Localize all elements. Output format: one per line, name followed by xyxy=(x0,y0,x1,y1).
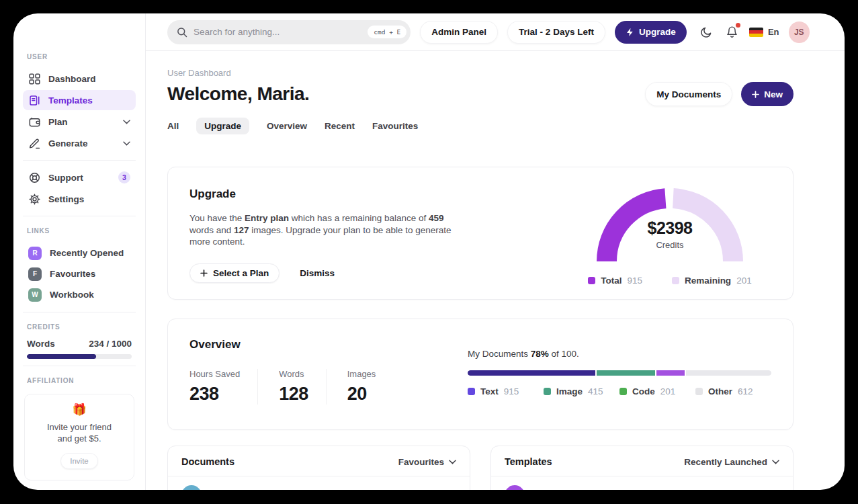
sidebar-link-recently-opened[interactable]: R Recently Opened xyxy=(23,243,136,263)
chevron-down-icon xyxy=(123,120,130,124)
search-icon xyxy=(177,27,187,38)
new-button-label: New xyxy=(764,89,783,99)
wallet-icon xyxy=(28,116,40,128)
trial-status-button[interactable]: Trial - 2 Days Left xyxy=(507,21,605,44)
legend-item-code: Code 201 xyxy=(619,386,695,396)
bell-icon xyxy=(726,26,738,38)
sidebar-item-dashboard[interactable]: Dashboard xyxy=(23,69,136,89)
documents-card: Documents Favourites Untitled Document i… xyxy=(167,446,470,490)
german-flag-icon xyxy=(749,28,763,37)
bar-segment-image xyxy=(597,370,655,376)
legend-swatch xyxy=(619,388,627,395)
sidebar-item-settings[interactable]: Settings xyxy=(23,189,136,209)
document-avatar xyxy=(181,485,202,490)
tab-favourites[interactable]: Favourites xyxy=(372,118,418,134)
notification-dot xyxy=(736,23,740,28)
support-count-badge: 3 xyxy=(118,171,130,183)
language-selector[interactable]: En xyxy=(749,27,779,37)
moon-icon xyxy=(700,26,712,38)
my-documents-button[interactable]: My Documents xyxy=(645,82,732,106)
credits-gauge: $2398 Credits Total 915 Remaining xyxy=(566,187,774,299)
chevron-down-icon xyxy=(123,141,130,146)
sidebar-item-label: Settings xyxy=(48,194,130,204)
stat-words: Words 128 xyxy=(279,369,327,405)
search-placeholder: Search for anything... xyxy=(194,27,361,37)
sidebar-link-workbook[interactable]: W Workbook xyxy=(23,284,136,305)
overview-card-title: Overview xyxy=(189,338,414,351)
dashboard-content: User Dashboard Welcome, Maria. My Docume… xyxy=(146,51,845,490)
documents-progress: My Documents 78% of 100. Text 915 xyxy=(468,338,771,429)
documents-progress-caption: My Documents 78% of 100. xyxy=(468,349,771,359)
link-initial-avatar: R xyxy=(28,247,42,260)
tab-upgrade[interactable]: Upgrade xyxy=(196,118,249,134)
breadcrumb: User Dashboard xyxy=(167,68,793,78)
documents-filter-dropdown[interactable]: Favourites xyxy=(398,457,456,467)
affiliation-text: Invite your friend and get $5. xyxy=(39,421,120,444)
sidebar-item-generate[interactable]: Generate xyxy=(23,133,136,153)
sidebar-section-links-label: LINKS xyxy=(27,227,132,235)
dark-mode-toggle[interactable] xyxy=(699,24,715,40)
tab-recent[interactable]: Recent xyxy=(325,118,355,134)
main-area: Search for anything... cmd + E Admin Pan… xyxy=(146,13,845,490)
sidebar-item-label: Templates xyxy=(48,95,130,106)
divider xyxy=(23,366,136,366)
template-list-item[interactable]: Blog Post Title in Workbook xyxy=(491,476,793,490)
upgrade-button[interactable]: Upgrade xyxy=(615,21,687,44)
legend-item-remaining: Remaining 201 xyxy=(672,276,752,286)
credits-metric-label: Words xyxy=(27,339,55,349)
legend-swatch xyxy=(695,388,703,395)
tab-all[interactable]: All xyxy=(167,118,179,134)
lightning-icon xyxy=(626,28,634,37)
sidebar-section-affiliation-label: AFFILIATION xyxy=(27,377,132,384)
sidebar-section-credits-label: CREDITS xyxy=(27,323,132,331)
templates-filter-dropdown[interactable]: Recently Launched xyxy=(684,457,779,467)
link-label: Workbook xyxy=(50,290,94,300)
search-shortcut-badge: cmd + E xyxy=(368,26,406,38)
page-title: Welcome, Maria. xyxy=(167,83,309,105)
admin-panel-button[interactable]: Admin Panel xyxy=(420,21,498,44)
chevron-down-icon xyxy=(772,460,779,464)
select-plan-label: Select a Plan xyxy=(213,268,269,278)
credits-progress-bar xyxy=(27,354,132,359)
sidebar-link-favourites[interactable]: F Favourites xyxy=(23,263,136,284)
sidebar-item-plan[interactable]: Plan xyxy=(23,112,136,132)
stat-images: Images 20 xyxy=(347,369,394,405)
templates-icon xyxy=(28,94,40,106)
sidebar-item-label: Dashboard xyxy=(48,74,130,84)
bar-segment-other xyxy=(686,370,771,376)
search-input[interactable]: Search for anything... cmd + E xyxy=(167,20,411,44)
lifebuoy-icon xyxy=(28,171,40,183)
affiliation-card: 🎁 Invite your friend and get $5. Invite xyxy=(24,394,134,480)
legend-swatch xyxy=(588,277,595,284)
notifications-button[interactable] xyxy=(724,24,740,40)
document-list-item[interactable]: Untitled Document in Workbook xyxy=(168,476,470,490)
invite-button[interactable]: Invite xyxy=(60,453,98,469)
bar-segment-code xyxy=(656,370,685,376)
sidebar-item-templates[interactable]: Templates xyxy=(23,90,136,110)
bar-segment-text xyxy=(468,370,595,376)
dashboard-tabs: All Upgrade Overview Recent Favourites xyxy=(167,118,793,134)
gear-icon xyxy=(28,193,40,205)
documents-card-title: Documents xyxy=(181,456,234,467)
gift-icon: 🎁 xyxy=(32,404,127,415)
language-label: En xyxy=(768,27,779,37)
select-plan-button[interactable]: Select a Plan xyxy=(189,263,280,283)
sidebar: USER Dashboard Templates Plan xyxy=(13,13,146,490)
upgrade-card-title: Upgrade xyxy=(189,187,485,201)
divider xyxy=(23,216,136,216)
overview-card: Overview Hours Saved 238 Words 128 Image… xyxy=(167,319,793,430)
dismiss-button[interactable]: Dismiss xyxy=(300,268,335,278)
divider xyxy=(23,312,136,312)
new-button[interactable]: New xyxy=(741,82,793,106)
credits-progress-fill xyxy=(27,354,96,359)
user-avatar[interactable]: JS xyxy=(789,22,810,43)
documents-filter-label: Favourites xyxy=(398,457,444,467)
legend-swatch xyxy=(468,388,475,395)
legend-item-total: Total 915 xyxy=(588,276,642,286)
sidebar-section-user-label: USER xyxy=(27,53,132,60)
sidebar-item-label: Generate xyxy=(48,138,115,149)
sidebar-item-support[interactable]: Support 3 xyxy=(23,167,136,187)
tab-overview[interactable]: Overview xyxy=(267,118,307,134)
sidebar-item-label: Support xyxy=(48,173,110,183)
pencil-icon xyxy=(28,137,40,149)
